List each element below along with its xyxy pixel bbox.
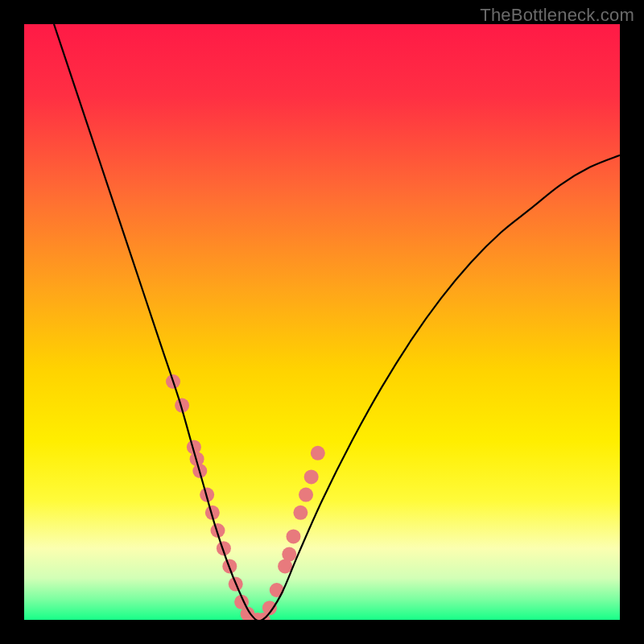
data-marker xyxy=(286,529,300,543)
plot-area xyxy=(24,24,620,620)
data-marker xyxy=(293,506,308,520)
data-marker xyxy=(282,547,296,562)
watermark-text: TheBottleneck.com xyxy=(480,5,634,26)
plot-svg xyxy=(24,24,620,620)
gradient-background xyxy=(24,24,620,620)
data-marker xyxy=(270,583,284,597)
data-marker xyxy=(304,469,319,484)
data-marker xyxy=(311,446,325,460)
chart-frame: TheBottleneck.com xyxy=(0,0,644,644)
data-marker xyxy=(299,488,313,502)
